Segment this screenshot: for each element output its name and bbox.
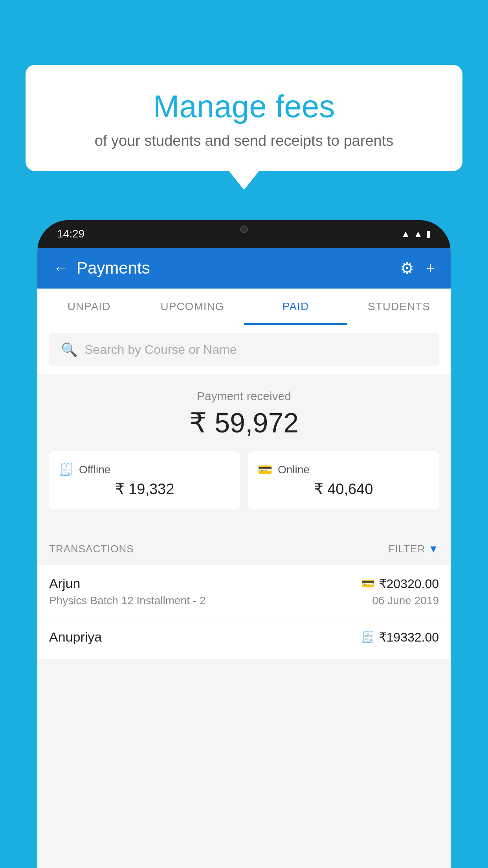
transaction-row1: Arjun 💳 ₹20320.00 — [49, 576, 439, 591]
search-icon: 🔍 — [61, 342, 77, 357]
table-row[interactable]: Anupriya 🧾 ₹19332.00 — [37, 618, 451, 659]
signal-icon: ▲ — [413, 228, 423, 239]
battery-icon: ▮ — [426, 228, 431, 239]
payment-summary: Payment received ₹ 59,972 🧾 Offline ₹ 19… — [37, 374, 451, 533]
back-button[interactable]: ← — [53, 259, 69, 277]
transaction-payment-icon: 🧾 — [361, 631, 375, 644]
phone-frame: 14:29 ▲ ▲ ▮ ← Payments ⚙ + UNPAID — [37, 220, 451, 868]
speech-bubble-title: Manage fees — [45, 88, 443, 125]
transaction-payment-icon: 💳 — [361, 577, 375, 590]
header-right: ⚙ + — [400, 259, 435, 277]
speech-bubble-subtitle: of your students and send receipts to pa… — [45, 132, 443, 149]
transaction-amount: ₹19332.00 — [379, 630, 439, 645]
online-card-header: 💳 Online — [258, 463, 429, 476]
transactions-header: TRANSACTIONS FILTER ▼ — [37, 533, 451, 565]
payment-total-amount: ₹ 59,972 — [49, 407, 439, 439]
app-header: ← Payments ⚙ + — [37, 248, 451, 289]
tab-bar: UNPAID UPCOMING PAID STUDENTS — [37, 289, 451, 325]
filter-icon: ▼ — [428, 543, 439, 555]
online-card: 💳 Online ₹ 40,640 — [248, 451, 439, 509]
online-icon: 💳 — [258, 463, 272, 476]
settings-icon[interactable]: ⚙ — [400, 259, 414, 277]
add-icon[interactable]: + — [426, 259, 435, 277]
search-input[interactable]: Search by Course or Name — [84, 342, 237, 357]
transaction-row2: Physics Batch 12 Installment - 2 06 June… — [49, 594, 439, 607]
wifi-icon: ▲ — [401, 228, 410, 239]
status-icons: ▲ ▲ ▮ — [401, 228, 431, 239]
transactions-label: TRANSACTIONS — [49, 543, 134, 555]
offline-label: Offline — [79, 463, 110, 476]
offline-amount: ₹ 19,332 — [59, 480, 230, 498]
transaction-name: Anupriya — [49, 629, 102, 645]
search-bar[interactable]: 🔍 Search by Course or Name — [49, 333, 439, 366]
app-screen: ← Payments ⚙ + UNPAID UPCOMING PAID STUD… — [37, 248, 451, 868]
tab-upcoming[interactable]: UPCOMING — [141, 289, 244, 325]
filter-button[interactable]: FILTER ▼ — [389, 543, 439, 555]
status-bar: 14:29 ▲ ▲ ▮ — [37, 220, 451, 248]
online-label: Online — [278, 463, 310, 476]
tab-unpaid[interactable]: UNPAID — [37, 289, 141, 325]
transaction-course: Physics Batch 12 Installment - 2 — [49, 594, 205, 607]
tab-paid[interactable]: PAID — [244, 289, 347, 325]
tab-students[interactable]: STUDENTS — [347, 289, 451, 325]
status-time: 14:29 — [57, 228, 84, 240]
transaction-amount-row: 🧾 ₹19332.00 — [361, 630, 439, 645]
page-title: Payments — [77, 259, 150, 278]
offline-card-header: 🧾 Offline — [59, 463, 230, 476]
transaction-row1: Anupriya 🧾 ₹19332.00 — [49, 629, 439, 645]
phone-notch — [213, 220, 275, 238]
transaction-amount: ₹20320.00 — [379, 576, 439, 591]
search-container: 🔍 Search by Course or Name — [37, 325, 451, 374]
payment-cards: 🧾 Offline ₹ 19,332 💳 Online ₹ 40,640 — [49, 451, 439, 521]
transaction-amount-row: 💳 ₹20320.00 — [361, 576, 439, 591]
offline-icon: 🧾 — [59, 463, 73, 476]
transaction-date: 06 June 2019 — [372, 594, 439, 607]
online-amount: ₹ 40,640 — [258, 480, 429, 498]
phone-camera — [240, 225, 248, 233]
transaction-name: Arjun — [49, 576, 80, 591]
header-left: ← Payments — [53, 259, 150, 278]
payment-received-label: Payment received — [49, 390, 439, 403]
table-row[interactable]: Arjun 💳 ₹20320.00 Physics Batch 12 Insta… — [37, 565, 451, 618]
offline-card: 🧾 Offline ₹ 19,332 — [49, 451, 240, 509]
speech-bubble: Manage fees of your students and send re… — [26, 65, 462, 171]
